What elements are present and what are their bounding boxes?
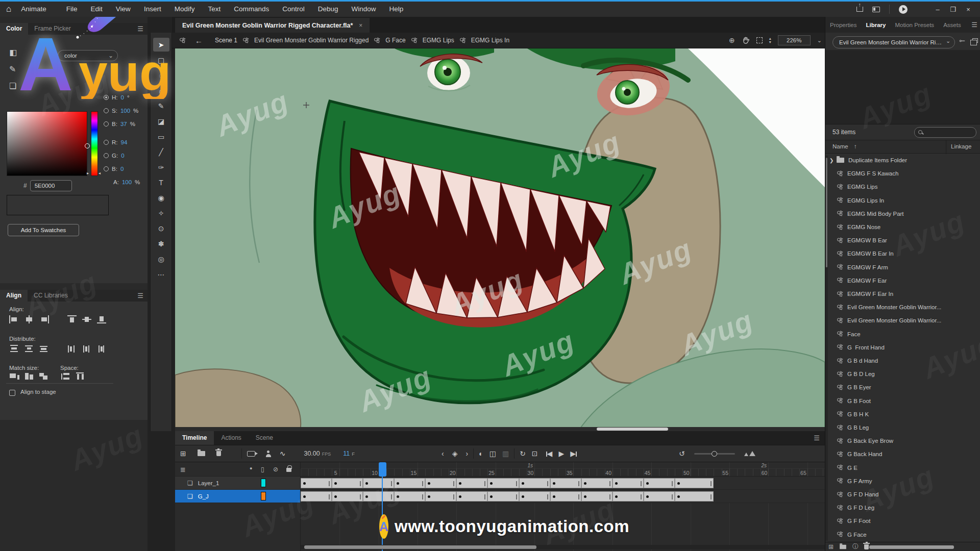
insert-frame-icon[interactable]: ⊞ [180,449,186,458]
keyframe-span[interactable] [644,478,675,488]
match-height-button[interactable] [24,372,34,381]
keyframe-span[interactable] [394,478,425,488]
selection-tool[interactable]: ➤ [153,38,169,52]
menu-animate[interactable]: Animate [14,2,60,17]
add-to-swatches-button[interactable]: Add To Swatches [8,224,79,236]
keyframe-span[interactable] [675,478,714,488]
stroke-color-icon[interactable]: ✎ [9,64,17,74]
current-frame-indicator[interactable]: 11F [343,450,355,457]
library-item[interactable]: Evil Green Monster Goblin Warrior... [825,300,980,314]
sort-arrow-icon[interactable]: ↑ [854,143,857,149]
red-radio[interactable] [104,140,109,145]
swap-colors-icon[interactable]: ❏ [9,81,17,91]
panel-menu-icon[interactable]: ☰ [137,25,148,33]
library-item[interactable]: G B H K [825,408,980,421]
align-to-stage-checkbox[interactable] [9,390,15,396]
keyframe-span[interactable] [550,478,581,488]
outline-column-icon[interactable]: ▯ [261,466,264,473]
fill-color-icon[interactable]: ◧ [9,47,17,57]
minimize-button[interactable]: – [930,6,945,13]
blue-row[interactable]: B:0 [104,166,124,172]
chevron-down-icon[interactable]: ⌄ [817,37,822,44]
brightness-row[interactable]: B:37% [104,121,135,127]
color-picker-marker[interactable] [85,143,90,148]
saturation-row[interactable]: S:100% [104,108,138,114]
document-tab[interactable]: Evil Green Monster Goblin Warrior Rigged… [175,18,370,33]
keyframe-span[interactable] [675,491,714,502]
space-v-button[interactable] [61,372,71,381]
library-document-dropdown[interactable]: Evil Green Monster Goblin Warrior Rigg..… [832,36,955,48]
menu-file[interactable]: File [60,2,84,17]
keyframe-span[interactable] [519,478,550,488]
red-row[interactable]: R:94 [104,139,127,145]
layer-parenting-icon[interactable] [265,450,272,457]
match-width-button[interactable] [9,372,19,381]
center-frame-icon[interactable]: ⊡ [532,449,538,458]
test-movie-icon[interactable] [899,5,908,14]
breadcrumb-item[interactable]: EGMG Lips In [471,37,509,44]
layer-row-g_j[interactable]: ❏G_J [175,490,300,503]
layer-outline-color-chip[interactable] [261,479,266,487]
breadcrumb-item[interactable]: G Face [385,37,405,44]
tab-align[interactable]: Align [0,290,28,302]
expand-arrow-icon[interactable]: ❯ [829,158,837,163]
library-item[interactable]: EGMGW F Ear [825,274,980,287]
insert-keyframe-icon[interactable]: ◈ [452,449,458,458]
library-item[interactable]: G Face [825,528,980,541]
keyframe-span[interactable] [487,491,519,502]
back-arrow-icon[interactable]: ← [195,36,203,45]
keyframe-span[interactable] [581,478,612,488]
close-button[interactable]: × [961,6,976,13]
rotate-hand-icon[interactable] [742,36,750,44]
tab-frame-picker[interactable]: Frame Picker [28,23,77,35]
saturation-radio[interactable] [104,108,109,113]
align-bottom-button[interactable] [97,315,107,323]
scrollbar-thumb[interactable] [826,158,827,267]
library-item[interactable]: EGMG Lips [825,180,980,193]
blue-radio[interactable] [104,166,109,171]
library-item[interactable]: EGMG Lips In [825,194,980,207]
menu-insert[interactable]: Insert [137,2,168,17]
eyedropper-tool[interactable]: ✧ [153,206,169,220]
dist-left-button[interactable] [67,345,78,353]
menu-help[interactable]: Help [383,2,410,17]
previous-keyframe-icon[interactable]: ‹ [442,449,444,458]
library-item[interactable]: G Back Hand [825,447,980,461]
library-item[interactable]: G Back Eye Brow [825,434,980,447]
library-item[interactable]: G B Eyer [825,381,980,394]
hex-input[interactable]: 5E0000 [30,180,72,191]
step-back-icon[interactable]: ◀ [546,449,553,458]
zoom-stepper[interactable]: ▴▾ [769,37,771,44]
properties-info-icon[interactable]: ⓘ [852,542,859,551]
keyframe-span[interactable] [363,478,394,488]
stage-horizontal-scrollbar[interactable] [175,427,825,431]
library-item[interactable]: EGMGW F Ear In [825,287,980,300]
column-divider[interactable] [946,140,946,154]
tab-cc-libraries[interactable]: CC Libraries [28,290,74,302]
menu-debug[interactable]: Debug [311,2,345,17]
menu-view[interactable]: View [109,2,137,17]
green-radio[interactable] [104,153,109,158]
menu-edit[interactable]: Edit [84,2,109,17]
dist-top-button[interactable] [9,345,19,353]
library-item[interactable]: G F Army [825,474,980,488]
tab-assets[interactable]: Assets [939,22,966,28]
library-horizontal-scrollbar[interactable] [869,545,954,549]
tab-motion-presets[interactable]: Motion Presets [890,22,939,28]
keyframe-span[interactable] [332,491,363,502]
new-folder-icon[interactable] [840,544,846,549]
workspace-icon[interactable] [872,7,880,12]
dist-bottom-button[interactable] [39,345,49,353]
keyframe-span[interactable] [612,478,644,488]
library-item[interactable]: G F Foot [825,514,980,528]
hue-row[interactable]: H:0° [104,94,130,101]
brightness-radio[interactable] [104,121,109,127]
paint-bucket-tool[interactable]: ◉ [153,191,169,205]
keyframe-span[interactable] [301,491,332,502]
keyframe-span[interactable] [363,491,394,502]
tab-library[interactable]: Library [861,22,890,28]
layer-row-layer_1[interactable]: ❏Layer_1 [175,477,300,490]
restore-button[interactable]: ❒ [945,6,961,13]
library-item[interactable]: EGMGW B Ear In [825,247,980,260]
fluid-brush-tool[interactable]: ✑ [153,160,169,174]
